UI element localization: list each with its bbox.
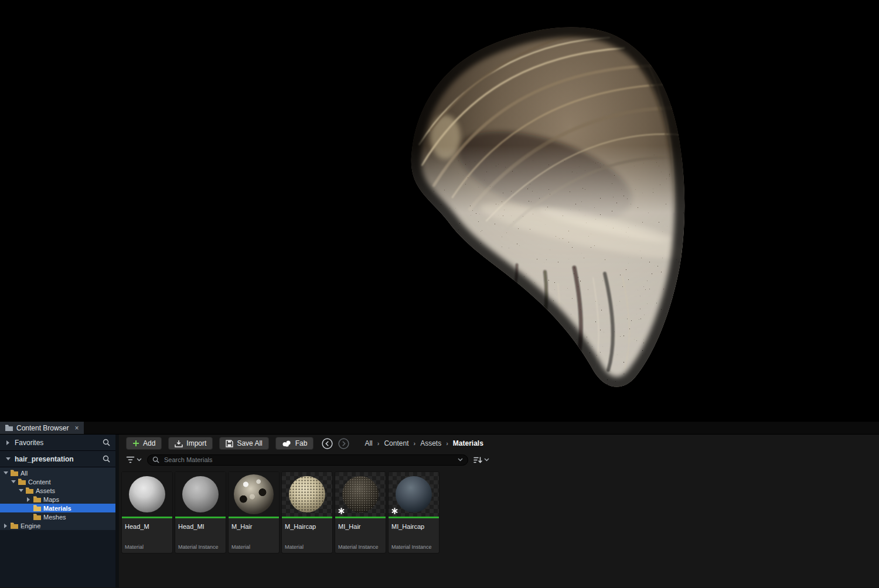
folder-icon xyxy=(33,514,41,520)
asset-tile-head-mi[interactable]: Head_MI Material Instance xyxy=(175,471,226,553)
tree-empty-area xyxy=(0,530,115,587)
favorites-expand-icon[interactable] xyxy=(5,440,11,445)
folder-icon xyxy=(26,487,33,494)
forward-icon[interactable] xyxy=(338,437,350,450)
tree-item-label: Maps xyxy=(43,496,59,503)
collection-search-icon[interactable] xyxy=(103,455,110,463)
content-browser-panel: Content Browser × Favorites hair_present… xyxy=(0,422,879,588)
tree-item-assets[interactable]: Assets xyxy=(0,486,115,495)
material-sphere-preview xyxy=(234,474,274,514)
material-sphere-preview xyxy=(342,476,379,512)
history-nav xyxy=(321,437,350,450)
fab-button[interactable]: Fab xyxy=(275,437,314,450)
breadcrumb-item-all[interactable]: All xyxy=(364,439,372,447)
asset-thumbnail xyxy=(229,472,279,517)
save-all-button[interactable]: Save All xyxy=(219,437,268,450)
asset-tile-mi-haircap[interactable]: MI_Haircap Material Instance xyxy=(388,471,440,553)
asset-type: Material Instance xyxy=(389,544,439,553)
collection-label: hair_presentation xyxy=(15,455,98,463)
asset-name: M_Hair xyxy=(229,518,279,530)
sort-button[interactable] xyxy=(473,457,489,463)
tab-close-icon[interactable]: × xyxy=(74,424,79,432)
save-all-button-label: Save All xyxy=(237,439,262,447)
sort-icon xyxy=(473,457,482,463)
asset-type: Material xyxy=(122,544,172,553)
plus-icon xyxy=(132,440,139,447)
tree-item-meshes[interactable]: Meshes xyxy=(0,512,115,521)
viewport-3d[interactable] xyxy=(0,0,879,422)
content-browser-icon xyxy=(5,425,13,431)
chevron-right-icon: › xyxy=(377,440,380,447)
search-bar[interactable] xyxy=(147,454,468,466)
collection-expand-icon[interactable] xyxy=(5,457,11,460)
fab-button-label: Fab xyxy=(295,439,308,447)
asset-thumbnail xyxy=(175,472,226,517)
tree-engine-expand-icon[interactable] xyxy=(3,524,8,528)
collection-header[interactable]: hair_presentation xyxy=(0,451,115,467)
tab-content-browser[interactable]: Content Browser × xyxy=(0,422,84,434)
tree-item-materials[interactable]: Materials xyxy=(0,504,115,512)
breadcrumb-item-content[interactable]: Content xyxy=(384,439,408,447)
asset-tile-mi-hair[interactable]: MI_Hair Material Instance xyxy=(335,471,386,553)
tree-item-label: Content xyxy=(28,478,51,486)
tree-item-content[interactable]: Content xyxy=(0,477,115,486)
tree-all-expand-icon[interactable] xyxy=(3,471,8,474)
import-icon xyxy=(175,440,183,447)
folder-icon xyxy=(11,522,18,529)
tree-item-label: Assets xyxy=(36,487,55,494)
tree-maps-expand-icon[interactable] xyxy=(26,497,31,502)
asset-name: Head_MI xyxy=(175,518,226,530)
asset-name: M_Haircap xyxy=(282,518,332,530)
folder-icon xyxy=(18,478,26,485)
tree-item-maps[interactable]: Maps xyxy=(0,495,115,504)
tab-title: Content Browser xyxy=(16,424,69,432)
chevron-down-icon[interactable] xyxy=(458,458,463,461)
filter-button[interactable] xyxy=(126,456,142,463)
asset-grid: Head_M Material Head_MI Material Instanc… xyxy=(121,467,879,553)
asset-type: Material Instance xyxy=(335,544,386,553)
asset-type: Material xyxy=(229,544,279,553)
tree-item-engine[interactable]: Engine xyxy=(0,521,115,530)
asset-toolbar: Add Import Save All xyxy=(121,435,879,452)
add-button-label: Add xyxy=(143,439,155,447)
tree-item-label: Engine xyxy=(21,522,40,529)
asset-name: MI_Haircap xyxy=(389,518,439,530)
material-sphere-preview xyxy=(289,476,325,512)
search-input[interactable] xyxy=(163,456,454,464)
asset-thumbnail xyxy=(389,472,439,517)
asset-thumbnail xyxy=(335,472,386,517)
chevron-down-icon xyxy=(484,458,489,461)
import-button[interactable]: Import xyxy=(168,437,213,450)
asset-tile-m-haircap[interactable]: M_Haircap Material xyxy=(281,471,333,553)
hair-render xyxy=(398,19,691,391)
save-icon xyxy=(226,440,233,447)
tree-item-label: Materials xyxy=(43,505,71,512)
asset-tile-m-hair[interactable]: M_Hair Material xyxy=(228,471,280,553)
tree-item-all[interactable]: All xyxy=(0,469,115,477)
import-button-label: Import xyxy=(186,439,206,447)
asset-pane: Add Import Save All xyxy=(119,435,879,587)
favorites-header[interactable]: Favorites xyxy=(0,435,115,451)
material-sphere-preview xyxy=(129,476,165,512)
breadcrumb-item-assets[interactable]: Assets xyxy=(420,439,441,447)
hair-render-graphic xyxy=(398,19,691,391)
content-browser-tabbar: Content Browser × xyxy=(0,422,879,435)
chevron-down-icon xyxy=(137,458,142,461)
breadcrumb-item-materials[interactable]: Materials xyxy=(453,439,483,447)
add-button[interactable]: Add xyxy=(126,437,162,450)
folder-icon xyxy=(33,496,41,502)
chevron-right-icon: › xyxy=(446,440,448,447)
back-icon[interactable] xyxy=(321,437,333,450)
sources-panel: Favorites hair_presentation xyxy=(0,435,115,587)
modified-asterisk-icon xyxy=(391,508,398,514)
filter-icon xyxy=(126,456,135,463)
favorites-search-icon[interactable] xyxy=(103,439,110,446)
asset-name: MI_Hair xyxy=(335,518,386,530)
asset-type: Material Instance xyxy=(175,544,226,553)
asset-tile-head-m[interactable]: Head_M Material xyxy=(121,471,173,553)
tree-content-expand-icon[interactable] xyxy=(11,480,16,483)
tree-assets-expand-icon[interactable] xyxy=(18,489,23,492)
asset-thumbnail xyxy=(122,472,172,517)
folder-tree: All Content Assets M xyxy=(0,467,115,587)
asset-thumbnail xyxy=(282,472,332,517)
